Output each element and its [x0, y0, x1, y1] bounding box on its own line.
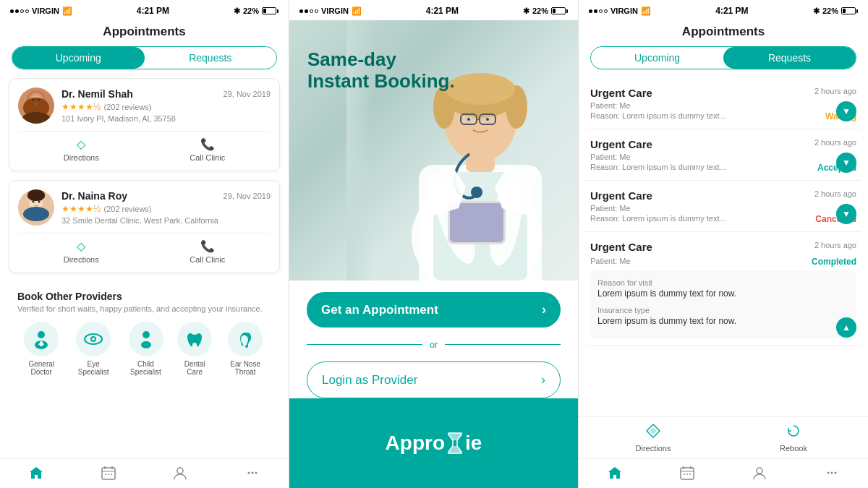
req-directions-label: Directions [636, 444, 671, 453]
nav-profile-3[interactable] [723, 465, 796, 481]
category-child-specialist[interactable]: Child Specialist [122, 322, 170, 376]
dot4-2 [315, 9, 318, 13]
req-rebook-btn[interactable]: Rebook [723, 423, 864, 453]
eye-specialist-icon [76, 322, 111, 356]
logo-post: ie [465, 432, 482, 455]
insurance-value: Lorem ipsum is dummy text for now. [597, 316, 849, 326]
req-toggle-1[interactable]: ▼ [836, 101, 856, 121]
request-list: Urgent Care 2 hours ago Patient: Me Reas… [579, 78, 868, 416]
req-patient-3: Patient: Me [590, 204, 856, 213]
call-label-1: Call Clinic [190, 153, 225, 162]
svg-point-33 [108, 474, 109, 475]
status-right-1: ✱ 22% [234, 7, 278, 16]
req-patient-4: Patient: Me [590, 257, 631, 265]
req-directions-btn[interactable]: Directions [583, 423, 723, 453]
battery-fill-2 [553, 9, 556, 13]
svg-point-26 [141, 341, 151, 348]
tab-requests-1[interactable]: Requests [145, 47, 277, 69]
bluetooth-icon-2: ✱ [523, 7, 529, 16]
status-left-1: VIRGIN 📶 [10, 7, 72, 16]
tab-upcoming-1[interactable]: Upcoming [12, 47, 145, 69]
status-left-2: VIRGIN 📶 [299, 7, 362, 16]
nav-more-1[interactable] [216, 465, 289, 481]
req-card-4: Urgent Care 2 hours ago Patient: Me Comp… [586, 232, 861, 346]
login-provider-button[interactable]: Login as Provider › [307, 361, 561, 398]
nav-home-1[interactable] [0, 465, 72, 481]
status-right-2: ✱ 22% [523, 7, 568, 16]
svg-point-34 [111, 474, 112, 475]
req-expanded-4: Reason for visit Lorem ipsum is dummy te… [590, 271, 856, 339]
tab-upcoming-3[interactable]: Upcoming [591, 47, 723, 69]
phone-icon-1: 📞 [200, 137, 215, 151]
phone-screen-2: VIRGIN 📶 4:21 PM ✱ 22% [289, 0, 579, 488]
nav-calendar-1[interactable] [72, 465, 145, 481]
directions-btn-2[interactable]: ◇ Directions [18, 239, 145, 264]
chevron-up-icon: ▲ [842, 322, 851, 333]
signal-dots [10, 9, 29, 13]
category-ear-nose-throat[interactable]: Ear Nose Throat [219, 322, 271, 376]
doctor-avatar-2 [18, 189, 54, 226]
svg-point-35 [177, 468, 183, 474]
svg-point-5 [33, 99, 35, 101]
directions-label-1: Directions [64, 153, 99, 162]
nav-home-3[interactable] [579, 465, 651, 481]
doctor-name-1: Dr. Nemil Shah [61, 88, 133, 100]
req-type-3: Urgent Care [590, 189, 652, 202]
dot1-2 [299, 9, 303, 13]
svg-point-69 [827, 472, 830, 474]
req-toggle-3[interactable]: ▼ [836, 204, 856, 224]
directions-icon-2: ◇ [77, 239, 85, 253]
svg-rect-57 [450, 203, 503, 242]
req-toggle-2[interactable]: ▼ [836, 153, 856, 173]
nav-profile-1[interactable] [145, 465, 217, 481]
get-appt-label: Get an Appointment [321, 303, 438, 317]
battery-tip-2 [566, 9, 568, 13]
nav-more-3[interactable] [796, 465, 868, 481]
get-appointment-button[interactable]: Get an Appointment › [307, 292, 561, 328]
get-appt-chevron: › [542, 302, 546, 317]
reason-visit-label: Reason for visit [597, 278, 849, 287]
svg-point-18 [38, 331, 45, 338]
category-dental-care[interactable]: Dental Care [176, 322, 213, 376]
req-type-2: Urgent Care [590, 138, 652, 150]
svg-point-27 [245, 345, 248, 348]
bluetooth-icon-3: ✱ [813, 7, 820, 16]
category-eye-specialist[interactable]: Eye Specialist [71, 322, 116, 376]
directions-btn-1[interactable]: ◇ Directions [18, 137, 145, 162]
screen3-header: Appointments [579, 20, 868, 46]
or-divider: or [307, 339, 561, 350]
battery-body-2 [551, 7, 566, 14]
req-time-3: 2 hours ago [814, 189, 856, 198]
book-section: Book Other Providers Verified for short … [9, 282, 280, 382]
req-toggle-4[interactable]: ▲ [836, 317, 856, 338]
call-clinic-btn-2[interactable]: 📞 Call Clinic [145, 239, 271, 264]
category-general-doctor[interactable]: General Doctor [17, 322, 65, 376]
headline-line1: Same-day [307, 49, 455, 71]
svg-point-47 [446, 73, 515, 105]
tab-requests-3[interactable]: Requests [723, 47, 856, 69]
or-text: or [430, 339, 438, 350]
stars-1: ★★★★½ [61, 102, 101, 112]
svg-point-70 [831, 472, 833, 474]
battery-body-3 [841, 7, 856, 14]
req-card-actions: Directions Rebook [579, 416, 868, 458]
time-3: 4:21 PM [715, 6, 748, 16]
svg-point-12 [33, 201, 35, 203]
call-clinic-btn-1[interactable]: 📞 Call Clinic [145, 137, 271, 162]
req-reason-1: Reason: Lorem ipsum is dummy text... [590, 111, 726, 120]
stars-2: ★★★★½ [61, 204, 101, 214]
carrier-3: VIRGIN [610, 7, 638, 15]
or-line-right [445, 344, 561, 345]
bluetooth-icon-1: ✱ [234, 7, 240, 16]
svg-point-25 [142, 331, 150, 338]
battery-body-1 [262, 7, 276, 14]
logo-area: Appro ie [289, 398, 578, 488]
req-directions-icon [645, 423, 661, 442]
battery-fill-1 [263, 9, 266, 13]
req-card-4-header: Urgent Care 2 hours ago [590, 241, 856, 253]
req-patient-1: Patient: Me [590, 101, 856, 110]
doctor-address-2: 32 Smile Dental Clinic, West Park, Calif… [61, 216, 271, 225]
appt-date-1: 29, Nov 2019 [224, 90, 271, 98]
dot2 [15, 9, 19, 13]
nav-calendar-3[interactable] [651, 465, 723, 481]
